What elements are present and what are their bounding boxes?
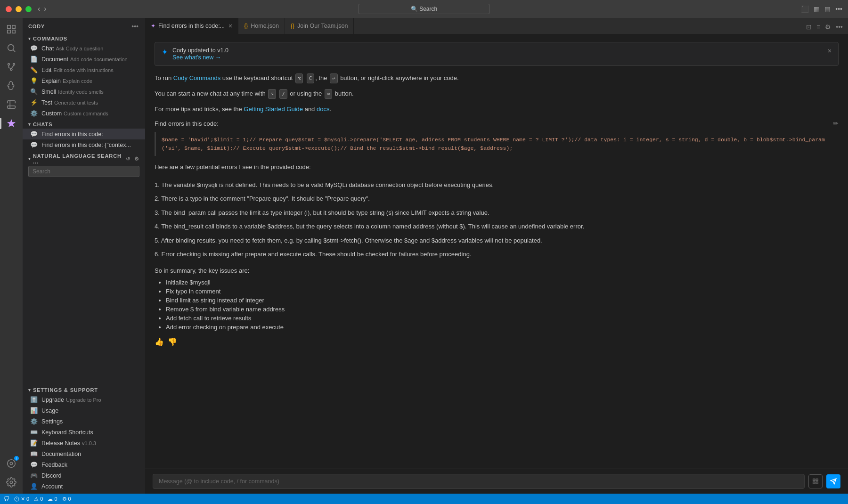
sidebar-item-docs[interactable]: 📖 Documentation: [23, 448, 145, 459]
forward-button[interactable]: ›: [44, 5, 46, 13]
bullet-4: Remove $ from bind variable name address: [166, 305, 839, 314]
getting-started-link[interactable]: Getting Started Guide: [244, 106, 303, 113]
status-errors[interactable]: ✕ 0: [14, 496, 29, 502]
activity-search[interactable]: [3, 40, 20, 57]
sidebar-item-discord[interactable]: 🎮 Discord: [23, 470, 145, 481]
edit-query-button[interactable]: ✏: [833, 120, 839, 127]
activity-top: [3, 21, 20, 132]
tab-cody-close[interactable]: ×: [228, 22, 232, 30]
sidebar-chat-item-2[interactable]: 💬 Find errors in this code: {"contex...: [23, 139, 145, 150]
sidebar-item-custom[interactable]: ⚙️ Custom Custom commands: [23, 108, 145, 119]
activity-source-control[interactable]: [3, 58, 20, 75]
notification-link[interactable]: See what's new →: [172, 54, 221, 61]
status-cloud[interactable]: ☁ 0: [48, 496, 57, 502]
search-settings-icon[interactable]: ⚙: [134, 156, 139, 162]
intro-line-3: For more tips and tricks, see the Gettin…: [155, 105, 839, 114]
sidebar-item-smell[interactable]: 🔍 Smell Identify code smells: [23, 86, 145, 97]
activity-remote[interactable]: !: [3, 455, 20, 472]
usage-icon: 📊: [30, 407, 38, 414]
natural-language-search-input[interactable]: [28, 166, 139, 177]
notification-close-button[interactable]: ×: [828, 47, 832, 55]
sidebar-item-chat[interactable]: 💬 Chat Ask Cody a question: [23, 43, 145, 54]
titlebar-right-actions: ⬛ ▦ ▤ •••: [801, 5, 842, 13]
tab-bar-list-icon[interactable]: ≡: [815, 22, 822, 32]
settings-section-header[interactable]: ▾ SETTINGS & SUPPORT: [23, 384, 145, 394]
commands-chevron: ▾: [28, 36, 31, 41]
activity-explorer[interactable]: [3, 21, 20, 38]
close-window-button[interactable]: [6, 6, 12, 12]
sidebar-item-upgrade[interactable]: ⬆️ Upgrade Upgrade to Pro: [23, 394, 145, 405]
tab-json-icon-1: {}: [244, 23, 248, 29]
back-button[interactable]: ‹: [38, 5, 40, 13]
more-icon[interactable]: •••: [835, 5, 842, 13]
tab-cody-chat[interactable]: ✦ Find errors in this code:... ×: [145, 18, 238, 34]
chats-section-header[interactable]: ▾ CHATS: [23, 119, 145, 129]
status-sync[interactable]: ⚙ 0: [62, 496, 71, 502]
sidebar-more-button[interactable]: •••: [130, 22, 139, 31]
sidebar-item-settings[interactable]: ⚙️ Settings: [23, 416, 145, 427]
layout2-icon[interactable]: ▤: [824, 5, 831, 13]
sidebar-item-account[interactable]: 👤 Account: [23, 481, 145, 492]
thumbs-up-button[interactable]: 👍: [155, 337, 164, 346]
svg-rect-15: [813, 479, 815, 481]
activity-settings[interactable]: [3, 474, 20, 491]
upgrade-desc: Upgrade to Pro: [66, 397, 101, 403]
activity-debug[interactable]: [3, 77, 20, 94]
sidebar-item-usage[interactable]: 📊 Usage: [23, 405, 145, 416]
chat-context-button[interactable]: [808, 474, 823, 488]
custom-icon: ⚙️: [30, 110, 38, 117]
sidebar-item-test[interactable]: ⚡ Test Generate unit tests: [23, 97, 145, 108]
svg-point-8: [10, 69, 12, 71]
sidebar-item-release[interactable]: 📝 Release Notes v1.0.3: [23, 438, 145, 448]
chats-label: CHATS: [33, 122, 52, 127]
maximize-window-button[interactable]: [25, 6, 32, 12]
sidebar-item-feedback[interactable]: 💬 Feedback: [23, 459, 145, 470]
status-remote[interactable]: [4, 496, 9, 502]
svg-rect-18: [816, 482, 818, 484]
tab-join-json[interactable]: {} Join Our Team.json: [285, 18, 354, 34]
svg-point-7: [13, 64, 15, 65]
chats-chevron: ▾: [28, 122, 31, 127]
minimize-window-button[interactable]: [16, 6, 22, 12]
chat-history-name-2: Find errors in this code: {"contex...: [41, 142, 131, 148]
chat-content: ✦ Cody updated to v1.0 See what's new → …: [145, 34, 848, 494]
cody-star-icon: ✦: [162, 48, 168, 57]
sidebar: CODY ••• ▾ COMMANDS 💬 Chat Ask Cody a qu…: [23, 18, 145, 494]
sidebar-item-explain[interactable]: 💡 Explain Explain code: [23, 75, 145, 86]
activity-cody[interactable]: [3, 115, 20, 132]
search-section-header[interactable]: ▾ NATURAL LANGUAGE SEARCH ... ↺ ⚙: [23, 150, 145, 166]
activity-extensions[interactable]: [3, 96, 20, 113]
discord-icon: 🎮: [30, 472, 38, 479]
response-intro: Here are a few potential errors I see in…: [155, 163, 839, 172]
sidebar-item-edit[interactable]: ✏️ Edit Edit code with instructions: [23, 65, 145, 75]
tab-bar-more-icon[interactable]: •••: [834, 22, 844, 32]
thumbs-down-button[interactable]: 👎: [168, 337, 177, 346]
edit-icon: ✏️: [30, 66, 38, 73]
sidebar-layout-icon[interactable]: ⬛: [801, 5, 809, 13]
global-search-input[interactable]: 🔍 Search: [358, 4, 490, 14]
cody-commands-link[interactable]: Cody Commands: [173, 74, 220, 81]
tab-bar-settings-icon[interactable]: ⚙: [824, 22, 832, 32]
release-name: Release Notes: [41, 440, 80, 447]
sidebar-item-keyboard[interactable]: ⌨️ Keyboard Shortcuts: [23, 427, 145, 438]
svg-rect-3: [12, 30, 15, 33]
kbd-c: C: [307, 73, 314, 83]
search-refresh-icon[interactable]: ↺: [126, 156, 130, 162]
docs-link[interactable]: docs: [317, 106, 329, 113]
commands-section-header[interactable]: ▾ COMMANDS: [23, 33, 145, 43]
sidebar-chat-item-1[interactable]: 💬 Find errors in this code:: [23, 129, 145, 139]
tab-bar-split-icon[interactable]: ⊡: [805, 22, 813, 32]
tab-home-label: Home.json: [251, 23, 279, 29]
editor-area: ✦ Find errors in this code:... × {} Home…: [145, 18, 848, 494]
svg-point-14: [10, 481, 13, 484]
chat-input-area: [145, 469, 848, 494]
kbd-keyboard: ⌨: [325, 89, 332, 99]
tab-home-json[interactable]: {} Home.json: [238, 18, 285, 34]
send-message-button[interactable]: [826, 474, 840, 488]
chat-message-input[interactable]: [153, 474, 805, 489]
status-warnings[interactable]: ⚠ 0: [34, 496, 43, 502]
layout-icon[interactable]: ▦: [814, 5, 820, 13]
sidebar-item-document[interactable]: 📄 Document Add code documentation: [23, 54, 145, 65]
upgrade-icon: ⬆️: [30, 396, 38, 403]
query-label: Find errors in this code:: [155, 120, 219, 127]
